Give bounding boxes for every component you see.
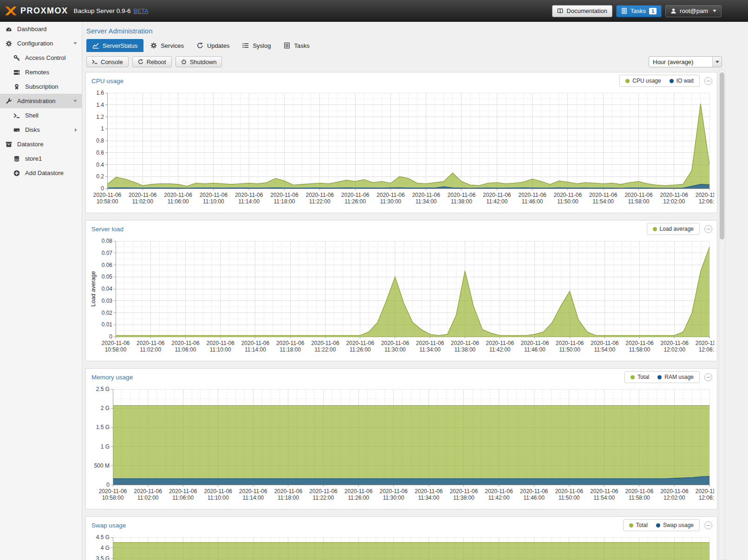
sidebar-item-shell[interactable]: Shell	[0, 108, 82, 123]
area-chart-icon	[92, 42, 99, 49]
sidebar-item-store1[interactable]: store1	[0, 151, 82, 166]
svg-text:2020-11-06: 2020-11-06	[624, 192, 653, 198]
svg-text:1 G: 1 G	[101, 443, 110, 450]
documentation-button[interactable]: Documentation	[552, 5, 612, 17]
sidebar-item-access-control[interactable]: Access Control	[0, 51, 82, 65]
svg-text:11:46:00: 11:46:00	[524, 346, 546, 353]
shutdown-button[interactable]: Shutdown	[176, 56, 222, 67]
svg-text:11:06:00: 11:06:00	[168, 198, 189, 205]
legend-item-swap-usage[interactable]: Swap usage	[656, 522, 694, 528]
svg-text:11:10:00: 11:10:00	[203, 198, 224, 205]
tab-services[interactable]: Services	[144, 39, 190, 52]
tab-updates[interactable]: Updates	[191, 39, 235, 52]
collapse-panel-button[interactable]	[704, 373, 712, 381]
svg-text:2020-11-06: 2020-11-06	[696, 340, 714, 346]
panel-title: CPU usage	[91, 78, 124, 85]
sidebar-item-add-datastore[interactable]: Add Datastore	[0, 166, 82, 180]
hdd-icon	[13, 127, 21, 133]
user-menu-button[interactable]: root@pam	[665, 5, 722, 17]
reboot-button[interactable]: Reboot	[132, 56, 172, 67]
legend-item-io-wait[interactable]: IO wait	[670, 78, 694, 84]
legend-item-total[interactable]: Total	[629, 522, 648, 528]
svg-text:11:42:00: 11:42:00	[486, 198, 507, 205]
chart-legend[interactable]: Load average	[647, 223, 700, 235]
svg-text:2020-11-06: 2020-11-06	[448, 192, 476, 198]
svg-text:0.05: 0.05	[102, 273, 113, 280]
chevron-down-icon[interactable]	[73, 100, 77, 102]
chevron-right-icon[interactable]	[75, 128, 77, 132]
svg-text:11:06:00: 11:06:00	[172, 495, 194, 501]
tasks-button[interactable]: Tasks 1	[616, 5, 662, 17]
svg-text:2020-11-06: 2020-11-06	[660, 192, 688, 198]
proxmox-x-icon	[5, 6, 17, 16]
beta-link[interactable]: BETA	[134, 8, 149, 14]
sidebar-item-subscription[interactable]: Subscription	[0, 79, 82, 94]
scrollbar-thumb[interactable]	[720, 72, 724, 240]
svg-text:2.5 G: 2.5 G	[96, 386, 110, 392]
svg-text:0: 0	[101, 185, 104, 192]
chart-legend[interactable]: Total Swap usage	[623, 519, 700, 531]
svg-text:11:10:00: 11:10:00	[208, 495, 229, 501]
tab-syslog[interactable]: Syslog	[236, 39, 277, 52]
chevron-down-icon[interactable]	[73, 42, 77, 45]
shutdown-button-label: Shutdown	[190, 59, 217, 65]
series-dot	[625, 79, 630, 83]
svg-text:2020-11-06: 2020-11-06	[625, 340, 654, 346]
collapse-panel-button[interactable]	[704, 521, 712, 529]
legend-item-cpu-usage[interactable]: CPU usage	[625, 78, 661, 84]
svg-text:11:10:00: 11:10:00	[210, 346, 231, 353]
sidebar-item-dashboard[interactable]: Dashboard	[0, 22, 82, 36]
tasks-button-label: Tasks	[631, 7, 646, 14]
svg-text:11:30:00: 11:30:00	[383, 495, 404, 501]
server-load-chart: 00.010.020.030.040.050.060.070.082020-11…	[89, 237, 714, 359]
panel-title: Server load	[91, 226, 124, 233]
svg-text:2020-11-06: 2020-11-06	[306, 192, 334, 198]
sidebar-item-administration[interactable]: Administration	[0, 94, 82, 108]
svg-text:11:30:00: 11:30:00	[380, 198, 401, 205]
svg-text:2020-11-06: 2020-11-06	[520, 488, 548, 495]
gauge-icon	[6, 26, 13, 33]
series-dot	[631, 375, 635, 379]
legend-label: IO wait	[676, 78, 694, 84]
legend-item-load-average[interactable]: Load average	[653, 226, 694, 232]
console-button[interactable]: Console	[86, 56, 129, 67]
svg-text:2020-11-06: 2020-11-06	[276, 340, 305, 346]
sidebar-item-remotes[interactable]: Remotes	[0, 65, 82, 79]
svg-text:2020-11-06: 2020-11-06	[451, 340, 479, 346]
chart-legend[interactable]: Total RAM usage	[624, 371, 700, 383]
book-icon	[557, 8, 563, 14]
svg-text:11:34:00: 11:34:00	[416, 198, 437, 205]
combo-trigger[interactable]	[712, 57, 722, 67]
time-range-combobox[interactable]: Hour (average)	[649, 56, 722, 67]
svg-text:11:02:00: 11:02:00	[132, 198, 153, 205]
svg-text:2020-11-06: 2020-11-06	[239, 488, 267, 495]
legend-item-ram-usage[interactable]: RAM usage	[657, 374, 694, 380]
svg-text:2020-11-06: 2020-11-06	[134, 488, 162, 495]
vertical-scrollbar[interactable]	[719, 70, 725, 560]
svg-text:4.5 G: 4.5 G	[96, 534, 110, 540]
sidebar-item-configuration[interactable]: Configuration	[0, 36, 82, 51]
svg-text:2020-11-06: 2020-11-06	[485, 488, 513, 495]
svg-text:2020-11-06: 2020-11-06	[660, 488, 689, 495]
svg-text:11:18:00: 11:18:00	[280, 346, 301, 353]
legend-label: Total	[637, 374, 649, 380]
sidebar-item-disks[interactable]: Disks	[0, 123, 82, 137]
tab-tasks[interactable]: Tasks	[278, 39, 315, 52]
collapse-panel-button[interactable]	[704, 77, 712, 85]
svg-text:1.5 G: 1.5 G	[96, 424, 110, 430]
tab-serverstatus[interactable]: ServerStatus	[86, 39, 143, 52]
chevron-down-icon	[715, 61, 719, 63]
sidebar-item-label: Datastore	[17, 141, 43, 148]
collapse-panel-button[interactable]	[704, 225, 712, 233]
svg-text:2020-11-06: 2020-11-06	[661, 340, 689, 346]
svg-text:11:50:00: 11:50:00	[559, 495, 580, 501]
svg-text:11:42:00: 11:42:00	[488, 495, 510, 501]
series-dot	[670, 79, 674, 83]
ribbon-icon	[13, 84, 21, 90]
svg-text:2020-11-06: 2020-11-06	[200, 192, 228, 198]
svg-text:11:02:00: 11:02:00	[140, 346, 161, 353]
chart-legend[interactable]: CPU usage IO wait	[619, 75, 700, 87]
svg-text:11:18:00: 11:18:00	[274, 198, 295, 205]
legend-item-total[interactable]: Total	[631, 374, 649, 380]
sidebar-item-datastore[interactable]: Datastore	[0, 137, 82, 151]
